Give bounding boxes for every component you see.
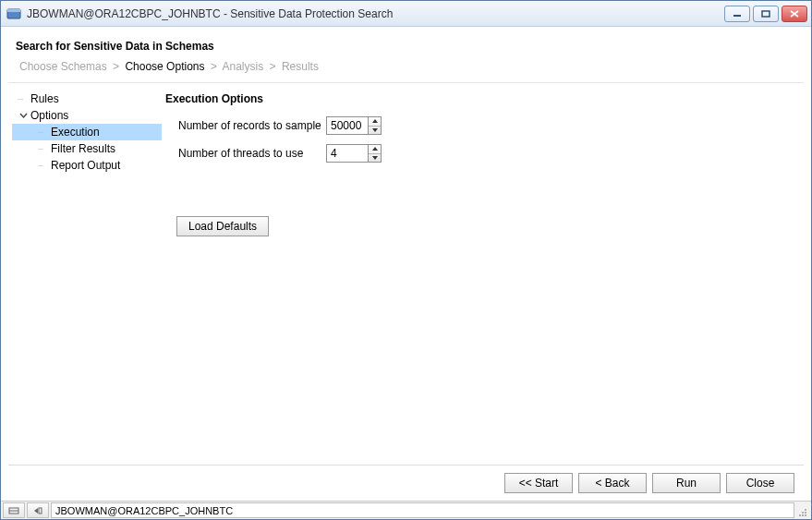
breadcrumb-step-options[interactable]: Choose Options xyxy=(125,60,204,73)
breadcrumb-step-schemas[interactable]: Choose Schemas xyxy=(19,60,107,73)
app-window: JBOWMAN@ORA12CBPC_JOHNBTC - Sensitive Da… xyxy=(0,0,812,520)
back-button[interactable]: < Back xyxy=(578,473,647,493)
threads-stepper[interactable] xyxy=(326,144,382,163)
status-connection: JBOWMAN@ORA12CBPC_JOHNBTC xyxy=(51,502,794,518)
minimize-button[interactable] xyxy=(724,6,750,22)
records-input[interactable] xyxy=(327,117,368,134)
close-window-button[interactable] xyxy=(782,6,807,22)
threads-label: Number of threads to use xyxy=(178,147,326,160)
records-row: Number of records to sample xyxy=(165,116,796,135)
svg-point-9 xyxy=(805,512,806,514)
tree-connector-icon: ┄ xyxy=(38,161,51,171)
status-bar: JBOWMAN@ORA12CBPC_JOHNBTC xyxy=(1,501,811,519)
svg-point-11 xyxy=(802,512,804,514)
options-tree: ┄ Rules Options ┄ Execution ┄ Filter Res… xyxy=(8,91,165,465)
tree-label: Report Output xyxy=(51,159,120,172)
records-stepper[interactable] xyxy=(326,116,382,135)
tree-label: Options xyxy=(30,109,68,122)
chevron-right-icon: > xyxy=(113,60,119,73)
app-icon xyxy=(6,6,21,21)
svg-point-10 xyxy=(799,514,801,516)
svg-rect-1 xyxy=(7,9,20,12)
window-controls xyxy=(724,6,807,22)
tree-label: Execution xyxy=(51,126,100,139)
breadcrumb-step-results: Results xyxy=(282,60,319,73)
page-title: Search for Sensitive Data in Schemas xyxy=(8,34,804,58)
main-panel: Execution Options Number of records to s… xyxy=(165,91,804,465)
status-icon-button-2[interactable] xyxy=(27,502,49,518)
tree-item-report-output[interactable]: ┄ Report Output xyxy=(12,157,162,174)
spin-down-icon[interactable] xyxy=(369,127,381,135)
chevron-right-icon: > xyxy=(270,60,276,73)
chevron-right-icon: > xyxy=(211,60,217,73)
chevron-down-icon[interactable] xyxy=(18,110,29,121)
content-area: Search for Sensitive Data in Schemas Cho… xyxy=(1,27,811,501)
resize-grip-icon[interactable] xyxy=(794,502,809,519)
threads-spin xyxy=(368,145,381,162)
title-bar: JBOWMAN@ORA12CBPC_JOHNBTC - Sensitive Da… xyxy=(1,1,811,27)
threads-row: Number of threads to use xyxy=(165,144,796,163)
section-title: Execution Options xyxy=(165,92,796,105)
svg-point-7 xyxy=(805,514,806,516)
spin-up-icon[interactable] xyxy=(369,145,381,154)
tree-item-execution[interactable]: ┄ Execution xyxy=(12,124,162,140)
status-icon-button-1[interactable] xyxy=(3,502,25,518)
tree-item-rules[interactable]: ┄ Rules xyxy=(12,91,162,107)
tree-item-filter-results[interactable]: ┄ Filter Results xyxy=(12,140,162,157)
spin-up-icon[interactable] xyxy=(369,117,381,127)
load-defaults-button[interactable]: Load Defaults xyxy=(176,216,269,236)
window-title: JBOWMAN@ORA12CBPC_JOHNBTC - Sensitive Da… xyxy=(27,7,724,20)
body-split: ┄ Rules Options ┄ Execution ┄ Filter Res… xyxy=(8,83,804,465)
tree-connector-icon: ┄ xyxy=(38,127,51,138)
start-button[interactable]: << Start xyxy=(504,473,573,493)
threads-input[interactable] xyxy=(327,145,368,162)
svg-rect-3 xyxy=(762,11,770,17)
wizard-footer: << Start < Back Run Close xyxy=(8,465,804,501)
close-button[interactable]: Close xyxy=(726,473,794,493)
tree-connector-icon: ┄ xyxy=(18,94,30,104)
breadcrumb-step-analysis: Analysis xyxy=(223,60,264,73)
tree-label: Rules xyxy=(30,92,59,105)
tree-label: Filter Results xyxy=(51,142,115,155)
breadcrumb: Choose Schemas > Choose Options > Analys… xyxy=(8,58,804,83)
svg-rect-6 xyxy=(39,508,42,514)
spin-down-icon[interactable] xyxy=(369,154,381,163)
svg-point-12 xyxy=(805,509,806,511)
tree-item-options[interactable]: Options xyxy=(12,107,162,124)
records-spin xyxy=(368,117,381,134)
run-button[interactable]: Run xyxy=(652,473,721,493)
tree-connector-icon: ┄ xyxy=(38,144,51,154)
maximize-button[interactable] xyxy=(753,6,779,22)
svg-point-8 xyxy=(802,514,804,516)
records-label: Number of records to sample xyxy=(178,119,326,132)
